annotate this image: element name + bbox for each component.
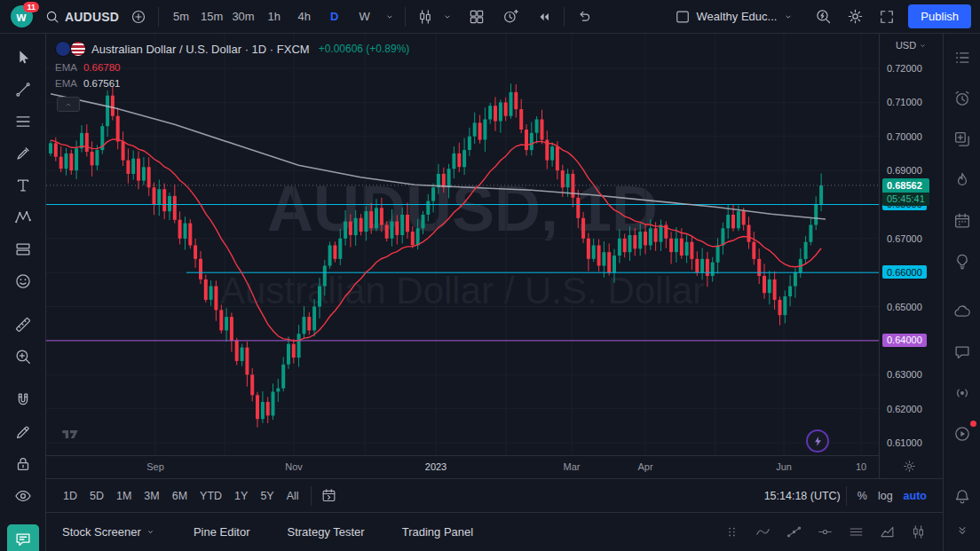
time-axis[interactable]: SepNov2023MarAprJun10: [46, 455, 879, 479]
rows-tool-button[interactable]: [848, 523, 865, 540]
aud-flag-icon: [55, 41, 71, 57]
chevron-up-icon: [63, 99, 74, 110]
timeframe-dropdown-chevron-icon[interactable]: [382, 4, 398, 29]
tool-edit-pencil-button[interactable]: [7, 417, 39, 447]
tool-cursor-button[interactable]: [7, 43, 39, 73]
publish-button[interactable]: Publish: [908, 4, 971, 28]
ema-legend-row[interactable]: EMA0.66780: [55, 62, 409, 73]
time-tick: Jun: [776, 461, 792, 472]
hotlists-icon: [952, 170, 972, 190]
tradingview-logo-icon[interactable]: [59, 424, 82, 444]
area-tool-button[interactable]: [879, 523, 896, 540]
crosshair-tool-button[interactable]: [817, 523, 834, 540]
range-5Y-button[interactable]: 5Y: [254, 486, 280, 506]
sidebar-layouts-button[interactable]: [948, 124, 976, 154]
undo-button[interactable]: [572, 4, 597, 29]
tool-chat-button[interactable]: [7, 524, 39, 551]
timeframe-15m-button[interactable]: 15m: [196, 5, 227, 28]
quick-search-button[interactable]: [810, 4, 835, 29]
tab-trading-panel[interactable]: Trading Panel: [402, 525, 473, 539]
user-menu-button[interactable]: w 11: [5, 4, 37, 30]
timeframe-30m-button[interactable]: 30m: [227, 5, 258, 28]
tool-fib-retracement-button[interactable]: [7, 106, 39, 137]
timeframe-D-button[interactable]: D: [320, 5, 350, 28]
chart-type-chevron-icon[interactable]: [439, 4, 455, 29]
legend-collapse-button[interactable]: [57, 97, 80, 112]
sidebar-ideas-button[interactable]: [948, 247, 976, 277]
range-1Y-button[interactable]: 1Y: [228, 486, 254, 506]
tool-zoom-in-button[interactable]: [7, 342, 39, 372]
edit-pencil-icon: [13, 422, 33, 442]
sidebar-streams-button[interactable]: [948, 378, 976, 408]
layout-grid-button[interactable]: [464, 4, 489, 29]
range-1D-button[interactable]: 1D: [57, 486, 83, 506]
tool-emoji-button[interactable]: [7, 266, 39, 296]
timeframe-4h-button[interactable]: 4h: [289, 5, 320, 28]
drag-handle-button[interactable]: [723, 523, 740, 540]
lightning-icon: [811, 435, 825, 448]
clock-timezone-button[interactable]: 15:14:18 (UTC): [764, 490, 841, 502]
settings-button[interactable]: [842, 4, 867, 29]
tab-strategy-tester[interactable]: Strategy Tester: [287, 525, 364, 539]
auto-scale-button[interactable]: auto: [898, 487, 932, 505]
divider: [564, 7, 565, 27]
candles-tool-button[interactable]: [910, 523, 927, 540]
timeframe-1h-button[interactable]: 1h: [259, 5, 289, 28]
lock-all-icon: [13, 454, 33, 474]
range-All-button[interactable]: All: [281, 486, 305, 506]
range-3M-button[interactable]: 3M: [138, 486, 165, 506]
layout-selector[interactable]: Wealthy Educ...: [668, 4, 801, 29]
timeframe-W-button[interactable]: W: [350, 5, 380, 28]
sidebar-alerts-button[interactable]: [948, 83, 976, 114]
trendline-tool-button[interactable]: [786, 523, 802, 540]
tool-brush-button[interactable]: [7, 138, 39, 169]
price-axis-settings-icon[interactable]: [902, 459, 917, 474]
range-5D-button[interactable]: 5D: [83, 486, 110, 506]
range-6M-button[interactable]: 6M: [166, 486, 194, 506]
tool-xabcd-pattern-button[interactable]: [7, 202, 39, 232]
timeframe-5m-button[interactable]: 5m: [166, 5, 196, 28]
lightning-trade-button[interactable]: [806, 429, 829, 453]
add-symbol-button[interactable]: [126, 4, 151, 29]
fullscreen-button[interactable]: [874, 4, 899, 29]
notification-dot-badge: [970, 421, 976, 427]
tool-hide-drawings-button[interactable]: [7, 481, 39, 511]
tool-lock-all-button[interactable]: [7, 449, 39, 479]
tool-magnet-button[interactable]: [7, 385, 39, 415]
alert-button[interactable]: [498, 4, 523, 29]
tab-label: Trading Panel: [402, 525, 473, 539]
range-1M-button[interactable]: 1M: [110, 486, 138, 506]
sidebar-chat-button[interactable]: [948, 337, 976, 367]
tool-trend-line-button[interactable]: [7, 75, 39, 105]
range-YTD-button[interactable]: YTD: [194, 486, 228, 506]
bar-replay-button[interactable]: [532, 4, 557, 29]
curve-tool-button[interactable]: [755, 523, 771, 540]
top-toolbar: w 11 AUDUSD 5m15m30m1h4hDW Wealthy Educ.…: [0, 0, 980, 34]
sidebar-watchlist-button[interactable]: [948, 43, 976, 73]
tool-text-button[interactable]: [7, 170, 39, 201]
sidebar-hotlists-button[interactable]: [948, 165, 976, 195]
log-scale-button[interactable]: log: [873, 487, 898, 505]
chart-title[interactable]: Australian Dollar / U.S. Dollar · 1D · F…: [91, 43, 310, 56]
sidebar-videos-button[interactable]: [948, 419, 976, 449]
price-tick: 0.70000: [887, 131, 922, 142]
tool-measure-button[interactable]: [7, 310, 39, 340]
collapse-panel-button[interactable]: [954, 523, 970, 539]
sidebar-community-button[interactable]: [948, 296, 976, 327]
tab-pine-editor[interactable]: Pine Editor: [194, 525, 250, 539]
symbol-search-button[interactable]: AUDUSD: [39, 4, 124, 29]
double-chevron-down-icon: [954, 523, 970, 539]
chart-area[interactable]: AUDUSD, 1D Australian Dollar / U.S. Doll…: [46, 34, 943, 512]
tool-long-short-position-button[interactable]: [7, 234, 39, 264]
percent-scale-button[interactable]: %: [852, 487, 873, 505]
price-axis[interactable]: USD 0.720000.710000.700000.690000.670000…: [879, 34, 944, 478]
chart-type-button[interactable]: [413, 4, 438, 29]
currency-selector[interactable]: USD: [880, 40, 944, 51]
tab-stock-screener[interactable]: Stock Screener: [62, 525, 156, 539]
hide-drawings-icon: [13, 486, 33, 506]
sidebar-notifications-button[interactable]: [948, 482, 976, 512]
tab-label: Pine Editor: [194, 525, 250, 539]
sidebar-calendar-button[interactable]: [948, 206, 976, 236]
go-to-date-button[interactable]: [317, 484, 342, 508]
ema-legend-row[interactable]: EMA0.67561: [55, 78, 409, 89]
